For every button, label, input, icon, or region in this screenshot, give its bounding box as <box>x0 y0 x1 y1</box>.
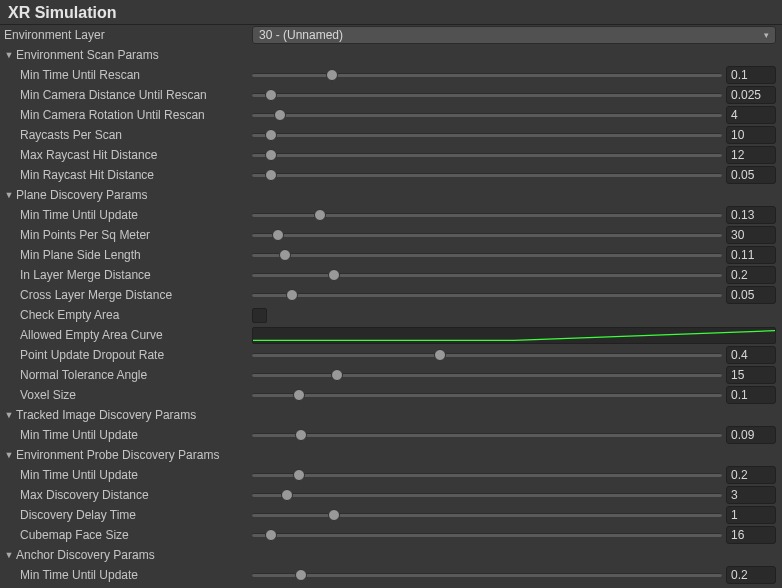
field-label-point-update-dropout-rate: Point Update Dropout Rate <box>2 348 164 362</box>
slider-discovery-delay-time[interactable] <box>252 506 722 524</box>
group-label-plane-discovery-params: Plane Discovery Params <box>16 188 147 202</box>
slider-min-plane-side-length[interactable] <box>252 246 722 264</box>
field-label-min-points-per-sq-meter: Min Points Per Sq Meter <box>2 228 150 242</box>
number-field-min-plane-side-length[interactable]: 0.11 <box>726 246 776 264</box>
slider-min-raycast-hit-distance[interactable] <box>252 166 722 184</box>
field-label-min-camera-rotation-until-rescan: Min Camera Rotation Until Rescan <box>2 108 205 122</box>
field-label-min-camera-distance-until-rescan: Min Camera Distance Until Rescan <box>2 88 207 102</box>
environment-layer-value: 30 - (Unnamed) <box>259 28 343 42</box>
slider-thumb[interactable] <box>326 69 338 81</box>
number-field-min-time-until-rescan[interactable]: 0.1 <box>726 66 776 84</box>
number-field-min-time-until-update[interactable]: 0.2 <box>726 466 776 484</box>
field-label-check-empty-area: Check Empty Area <box>2 308 119 322</box>
slider-min-time-until-update[interactable] <box>252 566 722 584</box>
slider-in-layer-merge-distance[interactable] <box>252 266 722 284</box>
slider-thumb[interactable] <box>265 129 277 141</box>
slider-thumb[interactable] <box>265 89 277 101</box>
slider-thumb[interactable] <box>279 249 291 261</box>
slider-min-time-until-update[interactable] <box>252 466 722 484</box>
slider-point-update-dropout-rate[interactable] <box>252 346 722 364</box>
slider-max-discovery-distance[interactable] <box>252 486 722 504</box>
slider-max-raycast-hit-distance[interactable] <box>252 146 722 164</box>
slider-thumb[interactable] <box>328 269 340 281</box>
slider-min-camera-distance-until-rescan[interactable] <box>252 86 722 104</box>
number-field-max-raycast-hit-distance[interactable]: 12 <box>726 146 776 164</box>
number-field-min-raycast-hit-distance[interactable]: 0.05 <box>726 166 776 184</box>
foldout-toggle-icon[interactable]: ▼ <box>2 408 16 422</box>
number-field-min-time-until-update[interactable]: 0.2 <box>726 566 776 584</box>
group-label-tracked-image-discovery-params: Tracked Image Discovery Params <box>16 408 196 422</box>
group-label-anchor-discovery-params: Anchor Discovery Params <box>16 548 155 562</box>
field-label-min-time-until-rescan: Min Time Until Rescan <box>2 68 140 82</box>
number-field-raycasts-per-scan[interactable]: 10 <box>726 126 776 144</box>
field-label-raycasts-per-scan: Raycasts Per Scan <box>2 128 122 142</box>
number-field-cross-layer-merge-distance[interactable]: 0.05 <box>726 286 776 304</box>
slider-thumb[interactable] <box>295 569 307 581</box>
field-label-min-time-until-update: Min Time Until Update <box>2 468 138 482</box>
field-label-cross-layer-merge-distance: Cross Layer Merge Distance <box>2 288 172 302</box>
slider-min-time-until-update[interactable] <box>252 426 722 444</box>
field-label-voxel-size: Voxel Size <box>2 388 76 402</box>
field-label-max-raycast-hit-distance: Max Raycast Hit Distance <box>2 148 157 162</box>
slider-min-time-until-rescan[interactable] <box>252 66 722 84</box>
number-field-min-points-per-sq-meter[interactable]: 30 <box>726 226 776 244</box>
slider-thumb[interactable] <box>293 469 305 481</box>
number-field-cubemap-face-size[interactable]: 16 <box>726 526 776 544</box>
slider-thumb[interactable] <box>434 349 446 361</box>
slider-min-camera-rotation-until-rescan[interactable] <box>252 106 722 124</box>
slider-cross-layer-merge-distance[interactable] <box>252 286 722 304</box>
field-label-cubemap-face-size: Cubemap Face Size <box>2 528 129 542</box>
foldout-toggle-icon[interactable]: ▼ <box>2 448 16 462</box>
field-label-min-plane-side-length: Min Plane Side Length <box>2 248 141 262</box>
slider-thumb[interactable] <box>281 489 293 501</box>
slider-min-time-until-update[interactable] <box>252 206 722 224</box>
group-label-environment-probe-discovery-params: Environment Probe Discovery Params <box>16 448 219 462</box>
field-label-in-layer-merge-distance: In Layer Merge Distance <box>2 268 151 282</box>
checkbox-check-empty-area[interactable] <box>252 308 267 323</box>
slider-thumb[interactable] <box>286 289 298 301</box>
slider-thumb[interactable] <box>274 109 286 121</box>
number-field-normal-tolerance-angle[interactable]: 15 <box>726 366 776 384</box>
environment-layer-label: Environment Layer <box>4 28 105 42</box>
slider-normal-tolerance-angle[interactable] <box>252 366 722 384</box>
slider-thumb[interactable] <box>314 209 326 221</box>
page-title: XR Simulation <box>0 0 782 25</box>
number-field-min-camera-distance-until-rescan[interactable]: 0.025 <box>726 86 776 104</box>
number-field-point-update-dropout-rate[interactable]: 0.4 <box>726 346 776 364</box>
field-label-normal-tolerance-angle: Normal Tolerance Angle <box>2 368 147 382</box>
curve-field-allowed-empty-area-curve[interactable] <box>252 327 776 344</box>
field-label-min-time-until-update: Min Time Until Update <box>2 208 138 222</box>
slider-thumb[interactable] <box>265 149 277 161</box>
slider-thumb[interactable] <box>272 229 284 241</box>
foldout-toggle-icon[interactable]: ▼ <box>2 48 16 62</box>
chevron-down-icon: ▾ <box>764 30 769 40</box>
number-field-discovery-delay-time[interactable]: 1 <box>726 506 776 524</box>
number-field-min-time-until-update[interactable]: 0.13 <box>726 206 776 224</box>
slider-thumb[interactable] <box>295 429 307 441</box>
field-label-min-raycast-hit-distance: Min Raycast Hit Distance <box>2 168 154 182</box>
foldout-toggle-icon[interactable]: ▼ <box>2 548 16 562</box>
foldout-toggle-icon[interactable]: ▼ <box>2 188 16 202</box>
number-field-min-camera-rotation-until-rescan[interactable]: 4 <box>726 106 776 124</box>
field-label-max-discovery-distance: Max Discovery Distance <box>2 488 149 502</box>
slider-cubemap-face-size[interactable] <box>252 526 722 544</box>
group-label-environment-scan-params: Environment Scan Params <box>16 48 159 62</box>
field-label-min-time-until-update: Min Time Until Update <box>2 428 138 442</box>
slider-thumb[interactable] <box>331 369 343 381</box>
slider-thumb[interactable] <box>265 529 277 541</box>
number-field-voxel-size[interactable]: 0.1 <box>726 386 776 404</box>
field-label-min-time-until-update: Min Time Until Update <box>2 568 138 582</box>
slider-thumb[interactable] <box>328 509 340 521</box>
slider-thumb[interactable] <box>293 389 305 401</box>
slider-min-points-per-sq-meter[interactable] <box>252 226 722 244</box>
number-field-min-time-until-update[interactable]: 0.09 <box>726 426 776 444</box>
number-field-max-discovery-distance[interactable]: 3 <box>726 486 776 504</box>
number-field-in-layer-merge-distance[interactable]: 0.2 <box>726 266 776 284</box>
slider-voxel-size[interactable] <box>252 386 722 404</box>
environment-layer-dropdown[interactable]: 30 - (Unnamed)▾ <box>252 26 776 44</box>
field-label-discovery-delay-time: Discovery Delay Time <box>2 508 136 522</box>
slider-raycasts-per-scan[interactable] <box>252 126 722 144</box>
field-label-allowed-empty-area-curve: Allowed Empty Area Curve <box>2 328 163 342</box>
slider-thumb[interactable] <box>265 169 277 181</box>
